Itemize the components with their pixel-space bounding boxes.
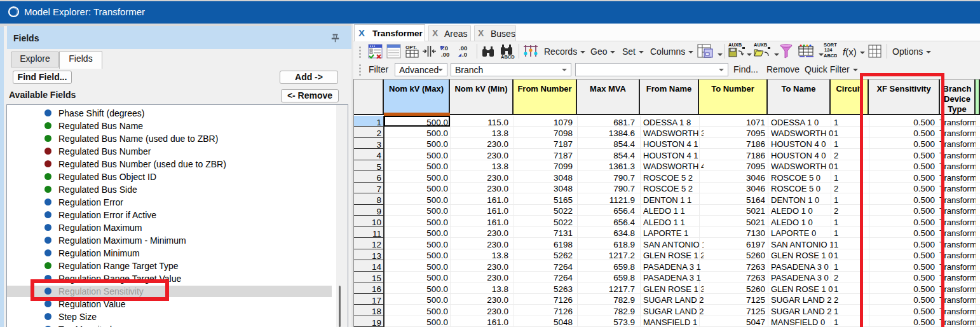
svg-text:124: 124 [824, 47, 833, 53]
svg-text:AUXB: AUXB [754, 42, 768, 48]
svg-text:.0: .0 [462, 51, 467, 58]
svg-text:AUXB: AUXB [728, 42, 742, 48]
svg-text:ABCD: ABCD [824, 53, 837, 59]
svg-text:ABCD: ABCD [501, 54, 515, 59]
svg-text:OPT.: OPT. [405, 45, 417, 50]
svg-text:.00: .00 [441, 51, 449, 58]
